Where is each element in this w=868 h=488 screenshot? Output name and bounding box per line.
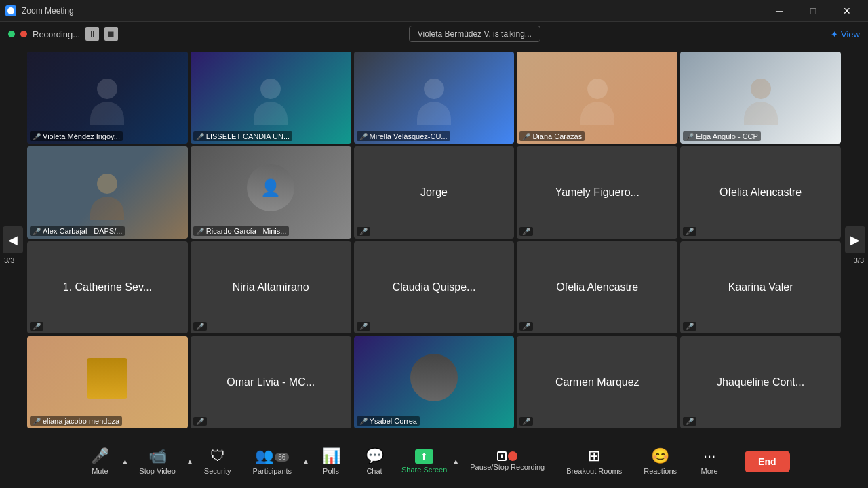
participants-arrow-button[interactable]: ▲ bbox=[302, 458, 309, 465]
minimize-button[interactable]: ─ bbox=[764, 0, 795, 22]
participant-name-10: Ofelia Alencastre bbox=[717, 184, 804, 201]
recording-bar: Recording... Violeta Bermúdez V. is talk… bbox=[0, 22, 868, 46]
more-button[interactable]: ··· More bbox=[688, 443, 731, 479]
participant-cell-15[interactable]: Kaarina Valer 🎤 bbox=[680, 241, 841, 333]
video-grid: 🎤 Violeta Méndez Irigoy... 🎤 LISSELET CA… bbox=[27, 52, 841, 428]
breakout-rooms-button[interactable]: ⊞ Breakout Rooms bbox=[555, 443, 633, 479]
mute-arrow-button[interactable]: ▲ bbox=[121, 458, 128, 465]
participant-cell-13[interactable]: Claudia Quispe... 🎤 bbox=[354, 241, 515, 333]
shield-green-icon bbox=[8, 30, 15, 37]
zoom-icon bbox=[5, 5, 16, 16]
participants-count: 56 bbox=[275, 453, 289, 462]
chat-label: Chat bbox=[366, 467, 382, 475]
participant-cell-5[interactable]: 🎤 Elga Angulo - CCP bbox=[680, 52, 841, 144]
stop-dot-icon bbox=[508, 451, 517, 461]
mute-button[interactable]: 🎤 Mute bbox=[78, 443, 121, 479]
mic-icon-3: 🎤 bbox=[359, 133, 368, 140]
close-button[interactable]: ✕ bbox=[831, 0, 863, 22]
recording-text: Recording... bbox=[33, 29, 80, 39]
mic-icon-15: 🎤 bbox=[686, 323, 694, 330]
mic-toolbar-icon: 🎤 bbox=[91, 447, 109, 465]
next-page-button[interactable]: ▶ bbox=[845, 226, 865, 253]
pause-stop-recording-button[interactable]: ⏸ Pause/Stop Recording bbox=[459, 447, 555, 475]
participant-name-8: Jorge bbox=[418, 184, 450, 201]
participant-name-12: Niria Altamirano bbox=[230, 279, 312, 296]
participants-button[interactable]: 👥 56 Participants bbox=[242, 443, 302, 479]
stop-video-button[interactable]: 📹 Stop Video bbox=[128, 443, 186, 479]
participant-name-18: 🎤 Ysabel Correa bbox=[357, 416, 420, 426]
participant-name-19: Carmen Marquez bbox=[553, 373, 642, 391]
mic-icon-9: 🎤 bbox=[522, 228, 530, 235]
participant-cell-19[interactable]: Carmen Marquez 🎤 bbox=[517, 336, 677, 428]
participant-cell-18[interactable]: 🎤 Ysabel Correa bbox=[354, 336, 515, 428]
share-screen-arrow-button[interactable]: ▲ bbox=[452, 458, 459, 465]
participant-cell-12[interactable]: Niria Altamirano 🎤 bbox=[191, 241, 351, 333]
stop-recording-button[interactable] bbox=[104, 27, 118, 41]
right-page-indicator: 3/3 bbox=[854, 256, 864, 264]
view-button[interactable]: ✦ View bbox=[831, 29, 860, 39]
polls-label: Polls bbox=[323, 467, 339, 475]
maximize-button[interactable]: □ bbox=[797, 0, 829, 22]
security-button[interactable]: 🛡 Security bbox=[193, 443, 242, 479]
titlebar-left: Zoom Meeting bbox=[5, 5, 74, 16]
participant-name-7: 🎤 Ricardo García - Minis... bbox=[193, 226, 290, 236]
participant-name-9: Yamely Figuero... bbox=[553, 184, 642, 201]
share-screen-group: ⬆ Share Screen ▲ bbox=[396, 445, 459, 478]
video-toolbar-icon: 📹 bbox=[149, 447, 167, 465]
mic-icon-14: 🎤 bbox=[522, 323, 530, 330]
participant-name-15: Kaarina Valer bbox=[726, 279, 796, 296]
chat-icon: 💬 bbox=[366, 447, 384, 465]
polls-button[interactable]: 📊 Polls bbox=[309, 443, 353, 479]
participant-cell-16[interactable]: 🎤 eliana jacobo mendoza bbox=[27, 336, 188, 428]
participant-cell-10[interactable]: Ofelia Alencastre 🎤 bbox=[680, 146, 841, 239]
mic-icon-4: 🎤 bbox=[522, 133, 530, 140]
participant-name-17: Omar Livia - MC... bbox=[224, 373, 317, 391]
share-screen-icon-group: ⬆ bbox=[415, 449, 433, 464]
security-icon: 🛡 bbox=[210, 447, 225, 465]
end-button[interactable]: End bbox=[745, 451, 789, 472]
participant-cell-1[interactable]: 🎤 Violeta Méndez Irigoy... bbox=[27, 52, 188, 144]
participants-icon: 👥 bbox=[255, 447, 273, 465]
participant-name-2: 🎤 LISSELET CANDIA UN... bbox=[193, 131, 292, 141]
mic-icon-10: 🎤 bbox=[686, 228, 694, 235]
mic-icon-16: 🎤 bbox=[33, 418, 41, 425]
share-screen-button[interactable]: ⬆ Share Screen bbox=[396, 445, 452, 478]
participant-cell-2[interactable]: 🎤 LISSELET CANDIA UN... bbox=[191, 52, 351, 144]
participant-name-16: 🎤 eliana jacobo mendoza bbox=[30, 416, 122, 426]
mic-icon-2: 🎤 bbox=[196, 133, 204, 140]
chat-button[interactable]: 💬 Chat bbox=[353, 443, 396, 479]
participant-cell-7[interactable]: 👤 🎤 Ricardo García - Minis... bbox=[191, 146, 351, 239]
participants-icon-group: 👥 56 bbox=[255, 447, 289, 467]
participant-cell-11[interactable]: 1. Catherine Sev... 🎤 bbox=[27, 241, 188, 333]
security-label: Security bbox=[204, 467, 231, 475]
participant-cell-8[interactable]: Jorge 🎤 bbox=[354, 146, 515, 239]
more-label: More bbox=[701, 467, 718, 475]
mic-icon-17: 🎤 bbox=[196, 418, 204, 425]
pause-recording-button[interactable] bbox=[85, 27, 99, 41]
mic-icon-13: 🎤 bbox=[359, 323, 368, 330]
reactions-button[interactable]: 😊 Reactions bbox=[633, 443, 688, 479]
participant-cell-4[interactable]: 🎤 Diana Carazas bbox=[517, 52, 677, 144]
pause-recording-label: Pause/Stop Recording bbox=[470, 463, 545, 471]
mic-icon-7: 🎤 bbox=[196, 228, 204, 235]
recording-left: Recording... bbox=[8, 27, 118, 41]
mic-icon-19: 🎤 bbox=[522, 418, 530, 425]
breakout-rooms-icon: ⊞ bbox=[588, 447, 600, 465]
participant-cell-9[interactable]: Yamely Figuero... 🎤 bbox=[517, 146, 677, 239]
participant-name-4: 🎤 Diana Carazas bbox=[519, 131, 585, 141]
participant-cell-20[interactable]: Jhaqueline Cont... 🎤 bbox=[680, 336, 841, 428]
participant-name-1: 🎤 Violeta Méndez Irigoy... bbox=[30, 131, 123, 141]
titlebar-controls: ─ □ ✕ bbox=[764, 0, 863, 22]
prev-page-button[interactable]: ◀ bbox=[3, 226, 23, 253]
mic-icon-6: 🎤 bbox=[33, 228, 41, 235]
participant-cell-6[interactable]: 🎤 Alex Carbajal - DAPS/... bbox=[27, 146, 188, 239]
participant-cell-14[interactable]: Ofelia Alencastre 🎤 bbox=[517, 241, 677, 333]
participant-cell-17[interactable]: Omar Livia - MC... 🎤 bbox=[191, 336, 351, 428]
stop-video-label: Stop Video bbox=[139, 467, 176, 475]
mic-icon-8: 🎤 bbox=[359, 228, 368, 235]
video-arrow-button[interactable]: ▲ bbox=[186, 458, 193, 465]
participant-cell-3[interactable]: 🎤 Mirella Velásquez-CU... bbox=[354, 52, 515, 144]
left-page-indicator: 3/3 bbox=[4, 256, 14, 264]
recording-icons: ⏸ bbox=[497, 451, 517, 461]
participant-name-6: 🎤 Alex Carbajal - DAPS/... bbox=[30, 226, 125, 236]
